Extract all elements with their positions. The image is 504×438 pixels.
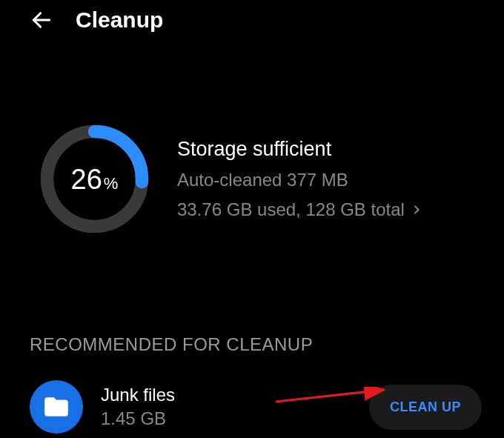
folder-icon [30, 380, 83, 434]
cleanup-item-title: Junk files [101, 385, 351, 405]
storage-summary: 26 % Storage sufficient Auto-cleaned 377… [0, 40, 504, 266]
header: Cleanup [0, 0, 504, 40]
storage-percent-value: 26 [71, 163, 102, 195]
storage-ring-chart: 26 % [37, 122, 152, 236]
storage-percent-label: 26 % [71, 163, 119, 195]
storage-usage: 33.76 GB used, 128 GB total [177, 199, 405, 220]
storage-status: Storage sufficient [177, 138, 422, 161]
storage-auto-cleaned: Auto-cleaned 377 MB [177, 170, 422, 190]
storage-info: Storage sufficient Auto-cleaned 377 MB 3… [177, 138, 422, 220]
cleanup-item-info: Junk files 1.45 GB [101, 385, 351, 429]
page-title: Cleanup [76, 7, 163, 33]
cleanup-item-size: 1.45 GB [101, 408, 351, 429]
back-icon[interactable] [30, 8, 53, 32]
clean-up-button[interactable]: CLEAN UP [369, 385, 482, 430]
storage-percent-symbol: % [104, 173, 119, 193]
chevron-right-icon [411, 200, 422, 219]
recommended-section-header: RECOMMENDED FOR CLEANUP [0, 266, 504, 370]
cleanup-item-row[interactable]: Junk files 1.45 GB CLEAN UP [0, 370, 504, 438]
storage-details-link[interactable]: 33.76 GB used, 128 GB total [177, 199, 422, 220]
